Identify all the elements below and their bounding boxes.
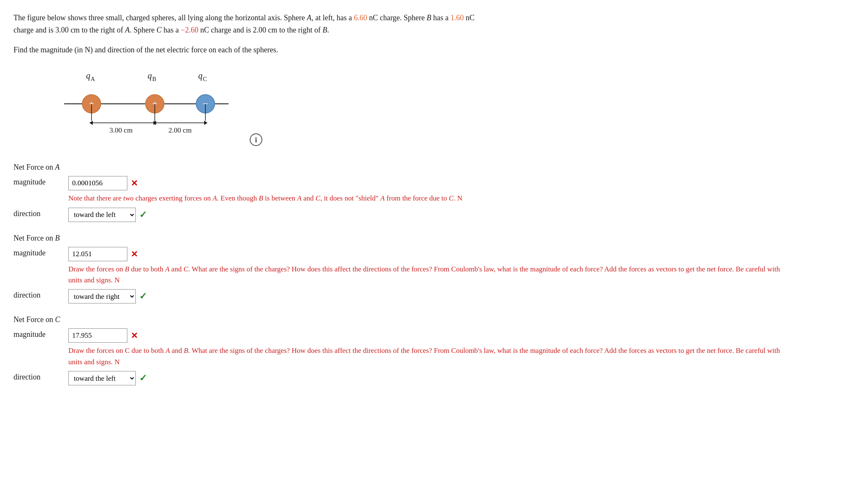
magnitude-content-a: ✕ Note that there are two charges exerti… (68, 176, 462, 204)
direction-label-c: direction (13, 371, 68, 382)
feedback-b: Draw the forces on B due to both A and C… (68, 264, 785, 286)
section-title-b: Net Force on B (13, 234, 855, 243)
magnitude-row-c: magnitude ✕ Draw the forces on C due to … (13, 328, 855, 368)
label-qa: q (86, 71, 90, 81)
magnitude-row-b: magnitude ✕ Draw the forces on B due to … (13, 247, 855, 286)
sub-a: A (91, 76, 95, 82)
svg-marker-2 (89, 121, 93, 125)
charge-b-value: 1.60 (450, 14, 464, 22)
problem-description: The figure below shows three small, char… (13, 12, 855, 36)
direction-select-b[interactable]: toward the left toward the right (68, 289, 136, 303)
direction-row-b: direction toward the left toward the rig… (13, 289, 855, 303)
net-force-b-section: Net Force on B magnitude ✕ Draw the forc… (13, 234, 855, 304)
magnitude-label-a: magnitude (13, 176, 68, 187)
magnitude-input-a[interactable] (68, 176, 127, 190)
magnitude-label-b: magnitude (13, 247, 68, 257)
charge-c-value: −2.60 (181, 26, 199, 34)
direction-select-c[interactable]: toward the left toward the right (68, 371, 136, 385)
section-title-a: Net Force on A (13, 163, 855, 172)
find-instruction: Find the magnitude (in N) and direction … (13, 44, 855, 56)
feedback-c: Draw the forces on C due to both A and B… (68, 345, 785, 368)
direction-select-a[interactable]: toward the left toward the right (68, 208, 136, 222)
magnitude-wrong-a: ✕ (131, 178, 138, 188)
svg-marker-6 (204, 121, 208, 125)
net-force-c-section: Net Force on C magnitude ✕ Draw the forc… (13, 315, 855, 385)
direction-label-a: direction (13, 208, 68, 218)
dist-ab-label: 3.00 cm (110, 126, 133, 134)
direction-select-row-c: toward the left toward the right ✓ (68, 371, 147, 385)
magnitude-wrong-b: ✕ (131, 249, 138, 259)
dist-bc-label: 2.00 cm (169, 126, 192, 134)
magnitude-input-b[interactable] (68, 247, 127, 261)
direction-correct-c: ✓ (139, 373, 147, 384)
direction-label-b: direction (13, 289, 68, 300)
direction-select-row-a: toward the left toward the right ✓ (68, 208, 147, 222)
sub-b: B (152, 76, 156, 82)
direction-row-c: direction toward the left toward the rig… (13, 371, 855, 385)
direction-correct-a: ✓ (139, 209, 147, 220)
sub-c: C (203, 76, 207, 82)
section-title-c: Net Force on C (13, 315, 855, 324)
label-qb: q (148, 71, 152, 81)
magnitude-content-c: ✕ Draw the forces on C due to both A and… (68, 328, 785, 368)
charge-a-value: 6.60 (354, 14, 367, 22)
magnitude-row-a: magnitude ✕ Note that there are two char… (13, 176, 855, 204)
feedback-a: Note that there are two charges exerting… (68, 193, 462, 204)
magnitude-content-b: ✕ Draw the forces on B due to both A and… (68, 247, 785, 286)
label-qc: q (198, 71, 202, 81)
magnitude-input-c[interactable] (68, 328, 127, 343)
direction-correct-b: ✓ (139, 291, 147, 302)
direction-select-row-b: toward the left toward the right ✓ (68, 289, 147, 303)
direction-row-a: direction toward the left toward the rig… (13, 208, 855, 222)
net-force-a-section: Net Force on A magnitude ✕ Note that the… (13, 163, 855, 222)
magnitude-wrong-c: ✕ (131, 330, 138, 341)
diagram: q A q B q C + + − 3.00 cm 2.00 cm ℹ (47, 66, 267, 150)
magnitude-label-c: magnitude (13, 328, 68, 339)
